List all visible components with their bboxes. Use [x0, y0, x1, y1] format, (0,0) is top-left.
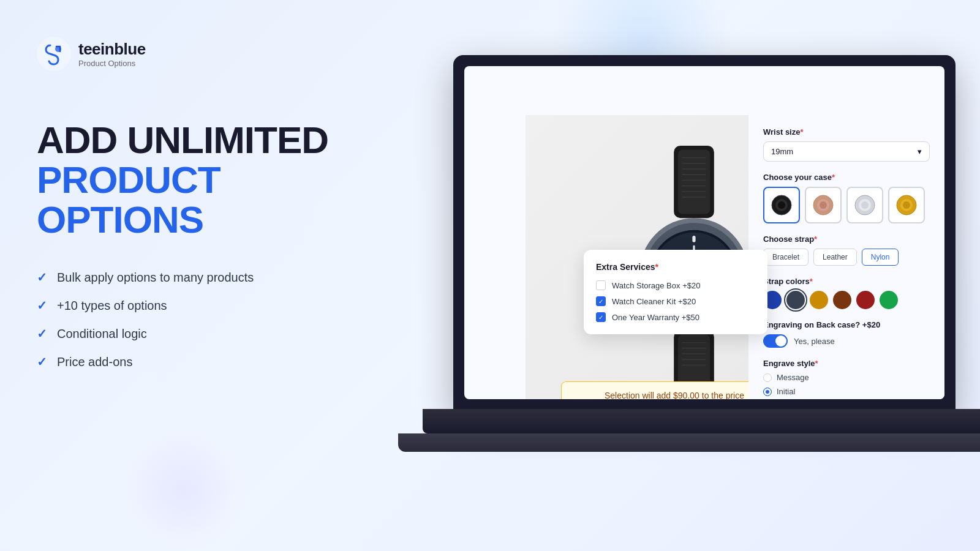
headline-line1: ADD UNLIMITED [37, 120, 380, 160]
wrist-size-dropdown[interactable]: 19mm ▾ [763, 141, 930, 162]
color-brown[interactable] [833, 291, 851, 309]
service-item-2[interactable]: ✓ Watch Cleaner Kit +$20 [596, 296, 755, 306]
extra-services-title: Extra Services* [596, 262, 755, 272]
feature-item: ✓+10 types of options [37, 298, 380, 313]
choose-strap-section: Choose strap* Bracelet Leather Nylon [763, 234, 930, 266]
feature-item: ✓Price add-ons [37, 354, 380, 369]
checkbox-watch-storage[interactable] [596, 280, 606, 290]
case-option-rose-gold[interactable] [805, 187, 842, 223]
case-options [763, 187, 930, 223]
engraving-label: Engraving on Back case? +$20 [763, 320, 930, 329]
laptop-base [423, 409, 980, 433]
strap-nylon[interactable]: Nylon [862, 249, 899, 266]
color-green[interactable] [880, 291, 898, 309]
svg-point-43 [820, 201, 827, 209]
feature-item: ✓Bulk apply options to many products [37, 270, 380, 285]
radio-label-initial: Initial [777, 387, 795, 396]
engrave-style-label: Engrave style* [763, 359, 930, 368]
svg-point-0 [37, 37, 71, 71]
engrave-style-section: Engrave style* Message Initial [763, 359, 930, 396]
color-yellow[interactable] [810, 291, 828, 309]
wrist-size-label: Wrist size* [763, 127, 930, 137]
toggle-thumb [775, 335, 786, 347]
logo-text-area: teeinblue Product Options [78, 40, 146, 68]
check-icon: ✓ [37, 354, 47, 369]
case-option-silver[interactable] [846, 187, 883, 223]
feature-item: ✓Conditional logic [37, 326, 380, 341]
case-black-icon [769, 193, 794, 217]
laptop-screen: ZEPPELIN Extra Services* [453, 55, 956, 410]
toggle-label: Yes, please [794, 337, 835, 346]
left-panel: teeinblue Product Options ADD UNLIMITED … [37, 37, 380, 369]
case-option-black[interactable] [763, 187, 800, 223]
logo-icon [37, 37, 71, 71]
wrist-size-value: 19mm [771, 147, 793, 156]
service-item-3[interactable]: ✓ One Year Warranty +$50 [596, 312, 755, 322]
service-label-1: Watch Storage Box +$20 [612, 281, 700, 290]
svg-point-49 [903, 201, 910, 209]
extra-services-card: Extra Services* Watch Storage Box +$20 ✓… [584, 250, 767, 334]
case-rosegold-icon [811, 193, 835, 217]
strap-leather[interactable]: Leather [813, 249, 857, 266]
svg-rect-21 [692, 236, 695, 242]
laptop-foot [398, 433, 980, 452]
feature-text: Conditional logic [57, 327, 147, 341]
case-silver-icon [853, 193, 877, 217]
radio-circle-message[interactable] [763, 373, 772, 382]
feature-list: ✓Bulk apply options to many products✓+10… [37, 270, 380, 369]
logo-tagline: Product Options [78, 59, 146, 68]
choose-case-section: Choose your case* [763, 173, 930, 223]
choose-strap-label: Choose strap* [763, 234, 930, 244]
check-icon: ✓ [37, 270, 47, 285]
radio-circle-initial[interactable] [763, 388, 772, 396]
screen-inner: ZEPPELIN Extra Services* [464, 66, 944, 399]
svg-rect-3 [678, 150, 710, 214]
service-item-1[interactable]: Watch Storage Box +$20 [596, 280, 755, 290]
color-red[interactable] [856, 291, 875, 309]
strap-options: Bracelet Leather Nylon [763, 249, 930, 266]
service-label-2: Watch Cleaner Kit +$20 [612, 297, 696, 306]
check-icon: ✓ [37, 298, 47, 313]
logo-name: teeinblue [78, 40, 146, 59]
wrist-size-section: Wrist size* 19mm ▾ [763, 127, 930, 162]
checkbox-watch-cleaner[interactable]: ✓ [596, 296, 606, 306]
engrave-style-options: Message Initial [763, 373, 930, 396]
engraving-section: Engraving on Back case? +$20 Yes, please [763, 320, 930, 348]
color-dark[interactable] [786, 291, 805, 309]
required-star: * [655, 262, 658, 272]
svg-point-40 [778, 201, 785, 209]
radio-initial[interactable]: Initial [763, 387, 930, 396]
choose-case-label: Choose your case* [763, 173, 930, 182]
strap-colors-label: Strap colors* [763, 277, 930, 286]
color-options [763, 291, 930, 309]
engraving-toggle[interactable] [763, 334, 788, 348]
case-option-gold[interactable] [888, 187, 925, 223]
feature-text: Price add-ons [57, 355, 132, 369]
check-icon: ✓ [37, 326, 47, 341]
strap-colors-section: Strap colors* [763, 277, 930, 309]
options-panel: Wrist size* 19mm ▾ Choose your case* [748, 115, 944, 399]
radio-label-message: Message [777, 373, 809, 382]
laptop-area: ZEPPELIN Extra Services* [398, 18, 980, 533]
toggle-row: Yes, please [763, 334, 930, 348]
feature-text: Bulk apply options to many products [57, 271, 254, 285]
svg-point-46 [861, 201, 869, 209]
chevron-down-icon: ▾ [918, 147, 922, 156]
radio-message[interactable]: Message [763, 373, 930, 382]
service-label-3: One Year Warranty +$50 [612, 313, 699, 322]
headline-line2: PRODUCT OPTIONS [37, 160, 380, 239]
strap-bracelet[interactable]: Bracelet [763, 249, 809, 266]
blob-decoration-2 [123, 429, 245, 551]
case-gold-icon [894, 193, 919, 217]
checkbox-warranty[interactable]: ✓ [596, 312, 606, 322]
logo-area: teeinblue Product Options [37, 37, 380, 71]
feature-text: +10 types of options [57, 299, 167, 313]
